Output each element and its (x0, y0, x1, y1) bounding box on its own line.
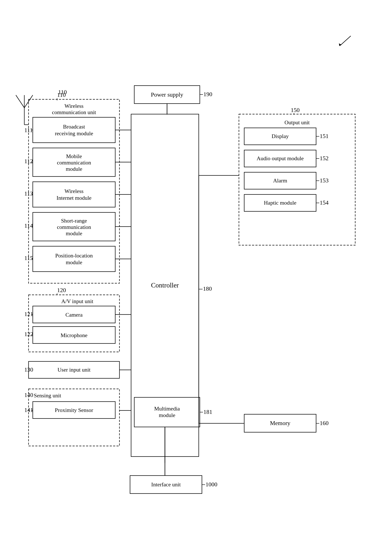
svg-text:Mobile: Mobile (66, 153, 82, 159)
svg-text:Internet module: Internet module (56, 195, 91, 201)
svg-text:115: 115 (24, 255, 33, 261)
svg-text:Wireless: Wireless (64, 188, 83, 194)
svg-text:140: 140 (24, 392, 33, 398)
svg-text:Short-range: Short-range (61, 218, 87, 224)
svg-text:Display: Display (272, 133, 289, 139)
svg-text:114: 114 (24, 222, 33, 229)
svg-text:Multimedia: Multimedia (154, 406, 180, 412)
svg-text:receiving module: receiving module (55, 130, 93, 137)
svg-rect-25 (33, 246, 115, 272)
diagram-svg: 110 Wireless communication unit Broadcas… (0, 42, 392, 545)
svg-text:190: 190 (203, 91, 212, 97)
svg-line-3 (16, 95, 24, 108)
svg-text:141: 141 (24, 407, 33, 413)
svg-text:150: 150 (291, 107, 300, 113)
svg-text:Output unit: Output unit (284, 119, 310, 126)
svg-text:153: 153 (320, 177, 329, 184)
svg-text:Haptic module: Haptic module (264, 200, 296, 206)
svg-text:Proximity Sensor: Proximity Sensor (55, 407, 93, 413)
svg-text:communication unit: communication unit (52, 109, 96, 115)
svg-text:Camera: Camera (66, 312, 83, 318)
svg-text:communication: communication (57, 160, 91, 166)
svg-text:Alarm: Alarm (273, 178, 287, 184)
svg-text:112: 112 (24, 158, 33, 164)
svg-text:Controller: Controller (151, 281, 179, 289)
svg-text:181: 181 (203, 409, 212, 415)
svg-text:Memory: Memory (270, 420, 290, 426)
svg-text:A/V input unit: A/V input unit (61, 298, 93, 304)
svg-text:122: 122 (24, 331, 33, 337)
fig-title (0, 0, 392, 13)
svg-text:communication: communication (57, 224, 91, 230)
svg-text:113: 113 (24, 190, 33, 197)
svg-text:module: module (159, 412, 175, 418)
svg-text:Audio output module: Audio output module (257, 155, 304, 162)
svg-text:Interface unit: Interface unit (151, 481, 181, 488)
svg-text:Wireless: Wireless (64, 103, 83, 109)
svg-text:Broadcast: Broadcast (63, 124, 85, 130)
svg-text:Microphone: Microphone (61, 332, 87, 338)
svg-text:Position-location: Position-location (55, 253, 93, 259)
svg-text:121: 121 (24, 311, 33, 317)
svg-text:module: module (66, 166, 82, 172)
svg-text:User input unit: User input unit (57, 367, 91, 373)
svg-text:Power supply: Power supply (151, 91, 183, 98)
svg-text:152: 152 (320, 155, 329, 162)
svg-text:151: 151 (320, 133, 329, 139)
svg-text:130: 130 (24, 366, 33, 373)
svg-text:154: 154 (320, 199, 329, 206)
svg-text:module: module (66, 230, 82, 237)
svg-rect-18 (33, 182, 115, 207)
ref-110: 110 (58, 89, 67, 96)
svg-text:180: 180 (203, 285, 212, 292)
svg-text:120: 120 (57, 287, 66, 293)
svg-text:module: module (66, 259, 82, 266)
svg-rect-11 (33, 117, 115, 143)
svg-rect-80 (239, 114, 355, 245)
svg-text:Sensing unit: Sensing unit (34, 392, 61, 399)
svg-text:1000: 1000 (206, 481, 217, 488)
svg-text:160: 160 (320, 420, 329, 426)
